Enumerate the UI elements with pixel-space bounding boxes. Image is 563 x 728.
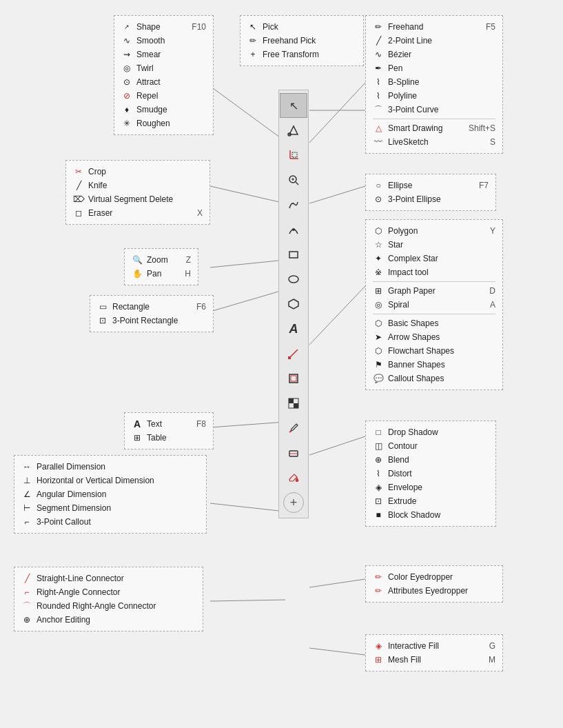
pan-item[interactable]: ✋ Pan H — [132, 267, 191, 281]
tool-crop[interactable] — [280, 143, 307, 168]
bezier-item[interactable]: ∿ Bézier — [373, 48, 495, 61]
repel-item[interactable]: ⊘ Repel — [121, 89, 206, 103]
twirl-item[interactable]: ◎ Twirl — [121, 61, 206, 75]
three-point-callout-item[interactable]: ⌐ 3-Point Callout — [21, 515, 199, 529]
tool-smart[interactable] — [280, 217, 307, 242]
banner-shapes-item[interactable]: ⚑ Banner Shapes — [373, 358, 495, 372]
tool-pick[interactable]: ↖ — [280, 93, 307, 118]
right-angle-connector-item[interactable]: ⌐ Right-Angle Connector — [21, 585, 196, 599]
attributes-eyedropper-item[interactable]: ✏ Attributes Eyedropper — [373, 584, 495, 598]
livesketch-shortcut: S — [476, 137, 495, 147]
blend-item[interactable]: ⊕ Blend — [373, 453, 489, 467]
zoom-item[interactable]: 🔍 Zoom Z — [132, 253, 191, 267]
block-shadow-item[interactable]: ■ Block Shadow — [373, 508, 489, 522]
tool-add[interactable]: + — [283, 492, 304, 513]
tool-square-effect[interactable] — [280, 366, 307, 391]
envelope-item[interactable]: ◈ Envelope — [373, 481, 489, 494]
tool-eyedropper[interactable] — [280, 416, 307, 441]
livesketch-item[interactable]: 〰 LiveSketch S — [373, 135, 495, 149]
tool-eraser[interactable] — [280, 441, 307, 465]
free-transform-item[interactable]: + Free Transform — [247, 48, 356, 61]
basic-shapes-item[interactable]: ⬡ Basic Shapes — [373, 316, 495, 330]
three-point-ellipse-item[interactable]: ⊙ 3-Point Ellipse — [373, 192, 489, 206]
flowchart-shapes-item[interactable]: ⬡ Flowchart Shapes — [373, 344, 495, 358]
smudge-item[interactable]: ♦ Smudge — [121, 103, 206, 117]
spiral-item[interactable]: ◎ Spiral A — [373, 298, 495, 312]
tool-text[interactable]: A — [280, 316, 307, 341]
parallel-dim-item[interactable]: ↔ Parallel Dimension — [21, 460, 199, 474]
polyline-icon: ⌇ — [373, 90, 384, 101]
contour-label: Contour — [388, 441, 418, 451]
free-transform-label: Free Transform — [263, 50, 319, 59]
bspline-item[interactable]: ⌇ B-Spline — [373, 75, 495, 89]
two-point-line-item[interactable]: ╱ 2-Point Line — [373, 34, 495, 48]
rect-item[interactable]: ▭ Rectangle F6 — [97, 300, 206, 314]
three-point-curve-item[interactable]: ⌒ 3-Point Curve — [373, 103, 495, 117]
freehand-pick-label: Freehand Pick — [263, 36, 316, 46]
straight-connector-item[interactable]: ╱ Straight-Line Connector — [21, 572, 196, 585]
anchor-editing-icon: ⊕ — [21, 614, 32, 625]
graph-paper-item[interactable]: ⊞ Graph Paper D — [373, 284, 495, 298]
flowchart-shapes-label: Flowchart Shapes — [388, 346, 454, 356]
smart-drawing-label: Smart Drawing — [388, 123, 442, 133]
text-item[interactable]: A Text F8 — [132, 417, 206, 431]
eraser-label: Eraser — [88, 208, 112, 218]
tool-rect[interactable] — [280, 242, 307, 267]
eraser-item[interactable]: ◻ Eraser X — [73, 206, 203, 220]
contour-item[interactable]: ◫ Contour — [373, 439, 489, 453]
rounded-connector-item[interactable]: ⌒ Rounded Right-Angle Connector — [21, 599, 196, 613]
tool-line[interactable] — [280, 341, 307, 366]
tool-shape[interactable] — [280, 118, 307, 143]
polyline-label: Polyline — [388, 91, 417, 101]
twirl-icon: ◎ — [121, 63, 132, 74]
eraser-shortcut: X — [183, 208, 203, 218]
mesh-fill-item[interactable]: ⊞ Mesh Fill M — [373, 653, 495, 667]
tool-fill[interactable] — [280, 465, 307, 490]
smart-drawing-item[interactable]: △ Smart Drawing Shift+S — [373, 121, 495, 135]
crop-item[interactable]: ✂ Crop — [73, 165, 203, 179]
shape-shortcut: F10 — [178, 22, 206, 32]
shape-item[interactable]: ↗ Shape F10 — [121, 20, 206, 34]
roughen-item[interactable]: ✳ Roughen — [121, 117, 206, 130]
drop-shadow-item[interactable]: □ Drop Shadow — [373, 425, 489, 439]
ellipse-item[interactable]: ○ Ellipse F7 — [373, 179, 489, 192]
anchor-editing-item[interactable]: ⊕ Anchor Editing — [21, 613, 196, 627]
segment-dim-item[interactable]: ⊢ Segment Dimension — [21, 501, 199, 515]
polyline-item[interactable]: ⌇ Polyline — [373, 89, 495, 103]
svg-line-13 — [309, 648, 365, 655]
interactive-fill-item[interactable]: ◈ Interactive Fill G — [373, 639, 495, 653]
tool-freehand[interactable] — [280, 192, 307, 217]
impact-tool-item[interactable]: ※ Impact tool — [373, 265, 495, 279]
pick-item[interactable]: ↖ Pick — [247, 20, 356, 34]
knife-item[interactable]: ╱ Knife — [73, 179, 203, 192]
effects-panel: □ Drop Shadow ◫ Contour ⊕ Blend ⌇ Distor… — [365, 421, 496, 527]
freehand-item[interactable]: ✏ Freehand F5 — [373, 20, 495, 34]
svg-point-24 — [289, 276, 298, 283]
tool-ellipse[interactable] — [280, 267, 307, 292]
graph-paper-shortcut: D — [475, 286, 495, 296]
pen-item[interactable]: ✒ Pen — [373, 61, 495, 75]
arrow-shapes-item[interactable]: ➤ Arrow Shapes — [373, 330, 495, 344]
freehand-pick-item[interactable]: ✏ Freehand Pick — [247, 34, 356, 48]
tool-polygon[interactable] — [280, 292, 307, 316]
table-item[interactable]: ⊞ Table — [132, 431, 206, 445]
horiz-vert-dim-item[interactable]: ⊥ Horizontal or Vertical Dimension — [21, 474, 199, 487]
roughen-icon: ✳ — [121, 118, 132, 129]
tool-checker[interactable] — [280, 391, 307, 416]
tool-zoom[interactable] — [280, 168, 307, 192]
shape-icon: ↗ — [121, 21, 132, 32]
star-item[interactable]: ☆ Star — [373, 238, 495, 252]
virtual-segment-item[interactable]: ⌦ Virtual Segment Delete — [73, 192, 203, 206]
angular-dim-item[interactable]: ∠ Angular Dimension — [21, 487, 199, 501]
distort-item[interactable]: ⌇ Distort — [373, 467, 489, 481]
extrude-item[interactable]: ⊡ Extrude — [373, 494, 489, 508]
smear-item[interactable]: ⇝ Smear — [121, 48, 206, 61]
polygon-item[interactable]: ⬡ Polygon Y — [373, 224, 495, 238]
three-point-rect-item[interactable]: ⊡ 3-Point Rectangle — [97, 314, 206, 327]
attract-item[interactable]: ⊙ Attract — [121, 75, 206, 89]
callout-shapes-item[interactable]: 💬 Callout Shapes — [373, 372, 495, 385]
star-icon: ☆ — [373, 239, 384, 250]
smooth-item[interactable]: ∿ Smooth — [121, 34, 206, 48]
color-eyedropper-item[interactable]: ✏ Color Eyedropper — [373, 570, 495, 584]
complex-star-item[interactable]: ✦ Complex Star — [373, 252, 495, 265]
